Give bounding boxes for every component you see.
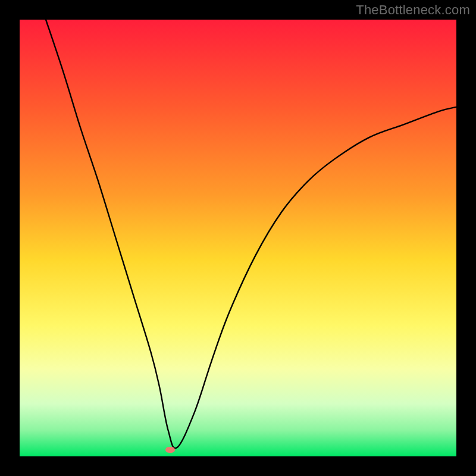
- watermark-text: TheBottleneck.com: [356, 2, 470, 18]
- curve-vertex-marker: [165, 447, 175, 453]
- bottleneck-curve: [20, 20, 456, 456]
- plot-area: [20, 20, 456, 456]
- chart-frame: TheBottleneck.com: [0, 0, 476, 476]
